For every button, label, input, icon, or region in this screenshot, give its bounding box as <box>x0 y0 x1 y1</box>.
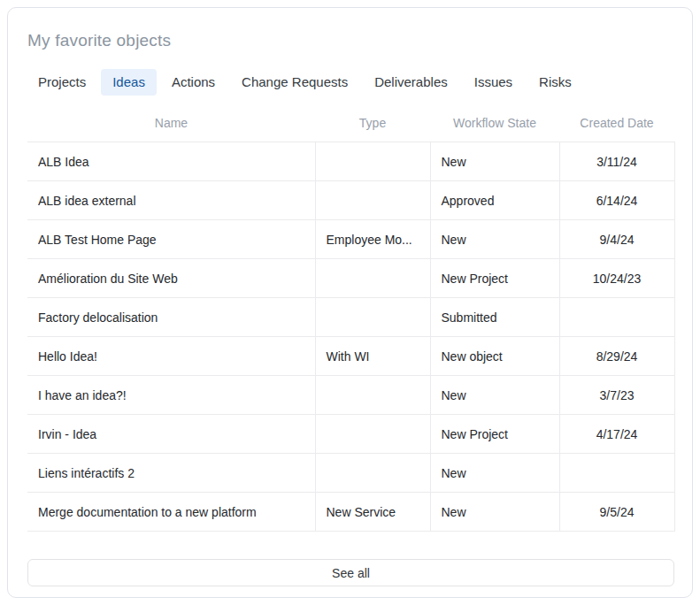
cell-workflow-state: New <box>430 220 559 259</box>
cell-workflow-state: Submitted <box>430 298 559 337</box>
cell-name: Factory delocalisation <box>27 298 315 337</box>
tab-risks[interactable]: Risks <box>527 69 583 96</box>
cell-type <box>315 142 430 181</box>
see-all-button[interactable]: See all <box>27 559 674 586</box>
tab-issues[interactable]: Issues <box>463 69 524 96</box>
cell-workflow-state: New Project <box>430 415 559 454</box>
cell-type <box>315 376 430 415</box>
cell-created-date: 9/5/24 <box>559 493 674 532</box>
cell-created-date: 8/29/24 <box>559 337 674 376</box>
favorites-table: Name Type Workflow State Created Date AL… <box>27 107 675 532</box>
favorites-card: My favorite objects Projects Ideas Actio… <box>7 7 693 598</box>
tab-change-requests[interactable]: Change Requests <box>230 69 359 96</box>
cell-created-date: 3/11/24 <box>559 142 674 181</box>
cell-name: ALB Idea <box>27 142 315 181</box>
cell-workflow-state: New <box>430 376 559 415</box>
column-header-name: Name <box>27 107 315 142</box>
cell-workflow-state: New object <box>430 337 559 376</box>
table-row[interactable]: Merge documentation to a new platform Ne… <box>27 493 674 532</box>
table-row[interactable]: I have an idea?! New 3/7/23 <box>27 376 674 415</box>
cell-name: Liens intéractifs 2 <box>27 454 315 493</box>
cell-created-date: 9/4/24 <box>559 220 674 259</box>
tab-projects[interactable]: Projects <box>27 69 97 96</box>
cell-name: Hello Idea! <box>27 337 315 376</box>
cell-type: New Service <box>315 493 430 532</box>
tab-deliverables[interactable]: Deliverables <box>363 69 459 96</box>
cell-name: Irvin - Idea <box>27 415 315 454</box>
cell-created-date: 6/14/24 <box>559 181 674 220</box>
cell-type <box>315 259 430 298</box>
table-row[interactable]: ALB idea external Approved 6/14/24 <box>27 181 674 220</box>
cell-name: I have an idea?! <box>27 376 315 415</box>
cell-type: With WI <box>315 337 430 376</box>
table-row[interactable]: ALB Idea New 3/11/24 <box>27 142 674 181</box>
column-header-type: Type <box>315 107 430 142</box>
tab-actions[interactable]: Actions <box>160 69 227 96</box>
table-row[interactable]: Liens intéractifs 2 New <box>27 454 674 493</box>
cell-type <box>315 181 430 220</box>
object-type-tabs: Projects Ideas Actions Change Requests D… <box>27 69 673 96</box>
tab-ideas[interactable]: Ideas <box>101 69 157 96</box>
cell-created-date: 3/7/23 <box>559 376 674 415</box>
table-row[interactable]: ALB Test Home Page Employee Mo... New 9/… <box>27 220 674 259</box>
cell-created-date <box>559 454 674 493</box>
cell-name: ALB Test Home Page <box>27 220 315 259</box>
cell-workflow-state: New <box>430 454 559 493</box>
cell-type: Employee Mo... <box>315 220 430 259</box>
cell-name: Merge documentation to a new platform <box>27 493 315 532</box>
table-row[interactable]: Hello Idea! With WI New object 8/29/24 <box>27 337 674 376</box>
column-header-workflow-state: Workflow State <box>430 107 559 142</box>
cell-created-date: 10/24/23 <box>559 259 674 298</box>
cell-type <box>315 454 430 493</box>
cell-name: ALB idea external <box>27 181 315 220</box>
table-row[interactable]: Amélioration du Site Web New Project 10/… <box>27 259 674 298</box>
cell-type <box>315 415 430 454</box>
cell-workflow-state: Approved <box>430 181 559 220</box>
card-title: My favorite objects <box>27 31 673 50</box>
cell-workflow-state: New <box>430 493 559 532</box>
cell-type <box>315 298 430 337</box>
cell-created-date: 4/17/24 <box>559 415 674 454</box>
table-header-row: Name Type Workflow State Created Date <box>27 107 674 142</box>
table-row[interactable]: Factory delocalisation Submitted <box>27 298 674 337</box>
table-row[interactable]: Irvin - Idea New Project 4/17/24 <box>27 415 674 454</box>
cell-workflow-state: New <box>430 142 559 181</box>
cell-name: Amélioration du Site Web <box>27 259 315 298</box>
cell-workflow-state: New Project <box>430 259 559 298</box>
column-header-created-date: Created Date <box>559 107 674 142</box>
cell-created-date <box>559 298 674 337</box>
